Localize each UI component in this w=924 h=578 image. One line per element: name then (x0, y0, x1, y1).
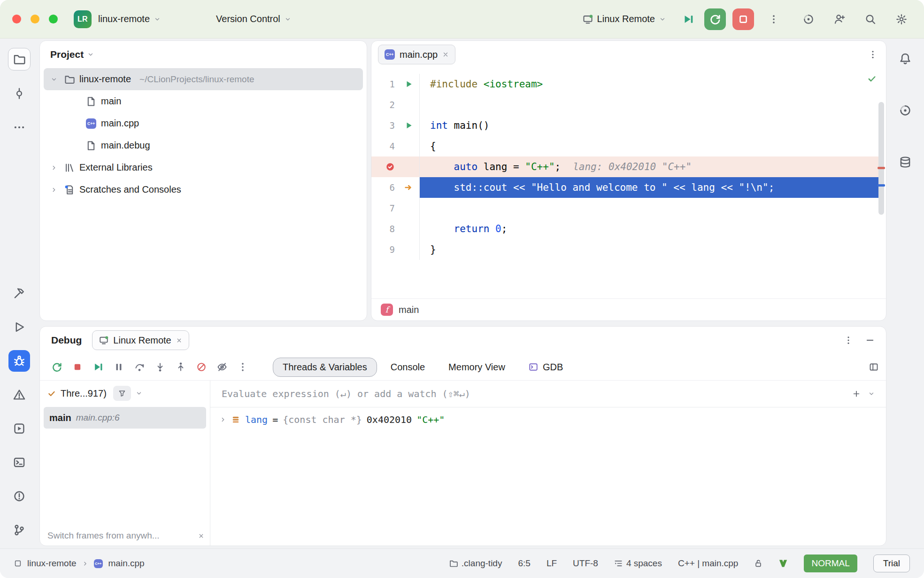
rerun-button[interactable] (47, 358, 66, 376)
editor-scrollbar[interactable] (878, 102, 884, 215)
code-line-5[interactable]: auto lang = "C++";lang: 0x402010 "C++" (371, 156, 878, 177)
code-line-7[interactable]: 7 (371, 198, 878, 219)
breakpoint-icon[interactable] (385, 162, 395, 172)
status-file[interactable]: main.cpp (108, 558, 145, 569)
run-line-icon[interactable] (405, 80, 413, 88)
hide-watch-values-button[interactable] (213, 358, 231, 376)
zoom-window-button[interactable] (49, 15, 58, 23)
tab-console[interactable]: Console (381, 358, 435, 377)
editor-options-icon[interactable] (868, 50, 878, 59)
database-tool-button[interactable] (894, 151, 916, 173)
threads-selector[interactable]: Thre...917) (61, 388, 107, 399)
run-line-icon[interactable] (405, 121, 413, 130)
error-stripe-breakpoint-mark[interactable] (878, 167, 885, 169)
tree-item-main[interactable]: main (44, 90, 363, 112)
breadcrumb-function[interactable]: main (399, 305, 419, 315)
chevron-right-icon[interactable] (48, 187, 60, 193)
close-window-button[interactable] (12, 15, 21, 23)
code-with-me-button[interactable] (829, 9, 850, 30)
chevron-down-icon[interactable] (136, 390, 142, 397)
license-status-widget[interactable]: Trial (873, 555, 910, 572)
rerun-debug-button[interactable] (704, 8, 726, 30)
tree-item-main-cpp[interactable]: C++main.cpp (44, 112, 363, 134)
chevron-right-icon[interactable] (48, 164, 60, 171)
inspections-tool-button[interactable] (8, 485, 30, 507)
file-writable-widget[interactable] (754, 559, 762, 568)
problems-tool-button[interactable] (8, 384, 30, 406)
ai-assistant-tool-button[interactable] (894, 100, 916, 121)
chevron-down-icon[interactable] (868, 391, 875, 397)
stop-button[interactable] (68, 358, 87, 376)
run-config-selector[interactable]: Linux Remote (583, 14, 666, 24)
expand-variable-icon[interactable] (220, 416, 226, 423)
commit-tool-button[interactable] (8, 83, 30, 104)
step-over-button[interactable] (130, 358, 149, 376)
run-tool-button[interactable] (8, 316, 30, 338)
close-tab-icon[interactable] (442, 51, 449, 58)
project-tool-button[interactable] (8, 48, 31, 70)
language-level-widget[interactable]: C++ | main.cpp (678, 558, 739, 569)
tree-item-linux-remote[interactable]: linux-remote~/CLionProjects/linux-remote (44, 68, 363, 90)
ideavim-widget[interactable] (778, 559, 788, 568)
notifications-tool-button[interactable] (894, 48, 916, 70)
more-actions-button[interactable] (763, 9, 784, 30)
caret-position-widget[interactable]: 6:5 (518, 558, 530, 569)
inspections-ok-icon[interactable] (867, 74, 877, 83)
filter-frames-button[interactable] (113, 386, 131, 401)
code-line-9[interactable]: 9} (371, 239, 878, 260)
vim-mode-widget[interactable]: NORMAL (804, 555, 857, 572)
debug-tool-button[interactable] (8, 350, 30, 372)
file-encoding-widget[interactable]: UTF-8 (573, 558, 598, 569)
resume-button[interactable] (89, 358, 108, 376)
version-control-tool-button[interactable] (8, 519, 30, 541)
more-debug-actions-button[interactable] (233, 358, 252, 376)
vcs-menu[interactable]: Version Control (216, 14, 291, 24)
code-editor[interactable]: 1#include <iostream>23int main()4{ auto … (371, 68, 878, 299)
project-panel-header[interactable]: Project (40, 41, 367, 68)
status-project[interactable]: linux-remote (27, 558, 77, 569)
code-line-1[interactable]: 1#include <iostream> (371, 74, 878, 94)
settings-button[interactable] (891, 9, 912, 30)
pause-button[interactable] (109, 358, 128, 376)
clang-tidy-widget[interactable]: .clang-tidy (449, 558, 502, 569)
line-separator-widget[interactable]: LF (547, 558, 557, 569)
error-stripe-execution-mark[interactable] (878, 184, 885, 187)
dismiss-hint-icon[interactable] (198, 533, 204, 539)
tree-item-main-debug[interactable]: main.debug (44, 134, 363, 156)
layout-settings-icon[interactable] (869, 362, 878, 372)
build-tool-button[interactable] (8, 282, 30, 304)
debug-session-tab[interactable]: Linux Remote (92, 330, 189, 350)
code-line-3[interactable]: 3int main() (371, 115, 878, 136)
tab-memory-view[interactable]: Memory View (439, 358, 515, 377)
indent-style-widget[interactable]: 4 spaces (614, 558, 662, 569)
variable-row[interactable]: lang = {const char *} 0x402010 "C++" (210, 407, 886, 432)
terminal-tool-button[interactable] (8, 452, 30, 473)
stack-frame-row[interactable]: main main.cpp:6 (44, 407, 206, 429)
hide-debug-panel-icon[interactable] (865, 336, 875, 345)
mute-breakpoints-button[interactable] (192, 358, 211, 376)
services-tool-button[interactable] (8, 418, 30, 439)
tab-threads-variables[interactable]: Threads & Variables (273, 358, 377, 377)
project-selector[interactable]: linux-remote (98, 14, 161, 24)
evaluate-expression-input[interactable]: Evaluate expression (↵) or add a watch (… (210, 381, 886, 407)
code-line-6[interactable]: 6 std::cout << "Hello and welcome to " <… (371, 177, 878, 198)
step-out-button[interactable] (171, 358, 190, 376)
code-line-2[interactable]: 2 (371, 94, 878, 115)
code-line-8[interactable]: 8 return 0; (371, 219, 878, 239)
tree-item-external-libraries[interactable]: External Libraries (44, 156, 363, 179)
ai-assistant-button[interactable] (798, 9, 819, 30)
code-line-4[interactable]: 4{ (371, 136, 878, 156)
add-watch-icon[interactable] (852, 390, 861, 398)
close-session-icon[interactable] (176, 337, 182, 344)
tree-item-scratches-and-consoles[interactable]: Scratches and Consoles (44, 179, 363, 201)
resume-program-button[interactable] (678, 9, 699, 30)
debug-options-icon[interactable] (844, 336, 853, 345)
minimize-window-button[interactable] (31, 15, 39, 23)
step-into-button[interactable] (151, 358, 169, 376)
more-tool-windows-tool-button[interactable] (8, 117, 30, 138)
tab-gdb[interactable]: GDB (519, 358, 573, 377)
stop-button[interactable] (732, 8, 754, 30)
search-everywhere-button[interactable] (860, 9, 881, 30)
chevron-down-icon[interactable] (48, 76, 60, 83)
editor-tab-main-cpp[interactable]: C++ main.cpp (378, 45, 455, 64)
